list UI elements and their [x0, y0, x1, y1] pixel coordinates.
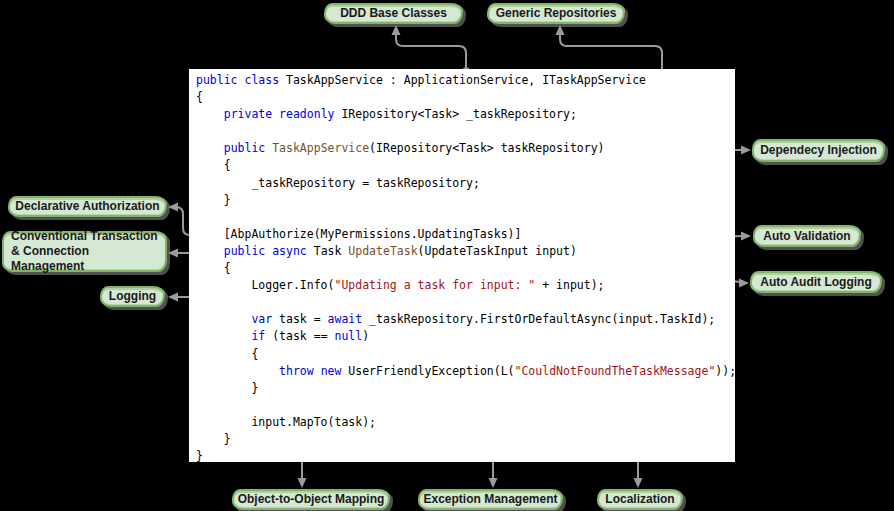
code-line: { — [196, 89, 735, 106]
code-line: { — [196, 346, 735, 363]
code-line: if (task == null) — [196, 328, 735, 345]
label-ddd-base-classes: DDD Base Classes — [324, 3, 463, 24]
code-line: public class TaskAppService : Applicatio… — [196, 72, 735, 89]
code-lines: public class TaskAppService : Applicatio… — [196, 72, 735, 465]
abp-annotated-code-diagram: public class TaskAppService : Applicatio… — [0, 0, 894, 511]
code-line: [AbpAuthorize(MyPermissions.UpdatingTask… — [196, 226, 735, 243]
label-dependecy-injection: Dependecy Injection — [752, 139, 885, 162]
code-line: } — [196, 192, 735, 209]
code-line: Logger.Info("Updating a task for input: … — [196, 277, 735, 294]
code-line: input.MapTo(task); — [196, 414, 735, 431]
code-line: { — [196, 157, 735, 174]
label-exception-management: Exception Management — [418, 489, 563, 510]
label-conventional-transaction: Conventional Transaction & Connection Ma… — [2, 231, 167, 272]
code-line: public async Task UpdateTask(UpdateTaskI… — [196, 243, 735, 260]
label-generic-repositories: Generic Repositories — [487, 3, 625, 24]
code-line: } — [196, 431, 735, 448]
code-line — [196, 209, 735, 226]
code-line: { — [196, 260, 735, 277]
code-line — [196, 123, 735, 140]
code-line: public TaskAppService(IRepository<Task> … — [196, 140, 735, 157]
label-logging: Logging — [100, 286, 165, 307]
code-line: } — [196, 448, 735, 465]
label-object-to-object-mapping: Object-to-Object Mapping — [232, 489, 390, 510]
label-auto-validation: Auto Validation — [753, 225, 861, 247]
code-line: var task = await _taskRepository.FirstOr… — [196, 311, 735, 328]
code-line: throw new UserFriendlyException(L("Could… — [196, 363, 735, 380]
label-localization: Localization — [597, 489, 683, 510]
code-line — [196, 397, 735, 414]
code-line: _taskRepository = taskRepository; — [196, 175, 735, 192]
connector-ddd-base-classes — [392, 25, 470, 75]
code-line — [196, 294, 735, 311]
label-declarative-authorization: Declarative Authorization — [8, 196, 167, 217]
code-line: } — [196, 380, 735, 397]
code-line: private readonly IRepository<Task> _task… — [196, 106, 735, 123]
label-auto-audit-logging: Auto Audit Logging — [750, 271, 882, 293]
code-panel: public class TaskAppService : Applicatio… — [189, 69, 735, 462]
